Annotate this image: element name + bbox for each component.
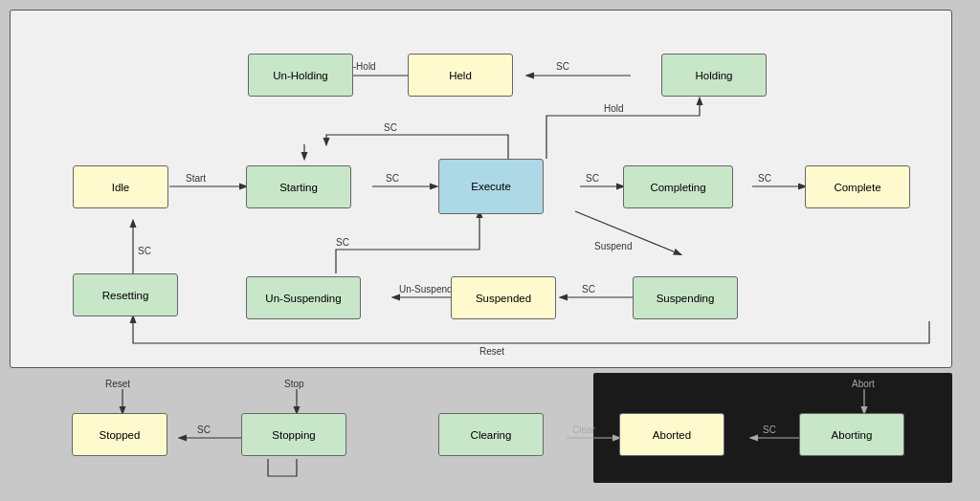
state-un-holding: Un-Holding: [248, 54, 353, 97]
svg-text:SC: SC: [586, 173, 599, 184]
state-un-suspending: Un-Suspending: [246, 276, 361, 319]
svg-text:SC: SC: [138, 246, 151, 256]
svg-text:Reset: Reset: [105, 379, 130, 389]
state-stopping: Stopping: [241, 413, 346, 456]
state-resetting: Resetting: [73, 273, 178, 316]
svg-text:Start: Start: [186, 173, 206, 184]
bottom-section: Reset Stop SC Clear SC Abort Stopped Sto…: [10, 373, 952, 483]
svg-text:Suspend: Suspend: [594, 241, 632, 251]
svg-text:SC: SC: [384, 122, 397, 133]
state-stopped: Stopped: [72, 413, 167, 456]
svg-text:SC: SC: [582, 284, 595, 294]
svg-text:SC: SC: [336, 237, 349, 248]
state-holding: Holding: [661, 54, 767, 97]
svg-text:Hold: Hold: [604, 103, 624, 114]
svg-text:SC: SC: [758, 173, 771, 184]
state-aborted: Aborted: [619, 413, 724, 456]
state-idle: Idle: [73, 165, 168, 208]
svg-text:SC: SC: [556, 61, 569, 72]
state-clearing: Clearing: [438, 413, 544, 456]
svg-text:Clear: Clear: [572, 425, 596, 435]
state-suspended: Suspended: [451, 276, 556, 319]
state-starting: Starting: [246, 165, 351, 208]
main-state-diagram: Un-Hold SC SC Hold Start SC SC SC Suspen…: [10, 10, 952, 368]
svg-text:Reset: Reset: [479, 346, 504, 357]
state-suspending: Suspending: [633, 276, 738, 319]
svg-text:Un-Suspend: Un-Suspend: [399, 284, 453, 294]
state-execute: Execute: [438, 159, 544, 214]
svg-text:Stop: Stop: [284, 379, 304, 389]
state-aborting: Aborting: [799, 413, 904, 456]
svg-text:SC: SC: [386, 173, 399, 184]
state-complete: Complete: [805, 165, 910, 208]
state-completing: Completing: [623, 165, 733, 208]
svg-text:SC: SC: [197, 425, 211, 435]
state-held: Held: [408, 54, 513, 97]
